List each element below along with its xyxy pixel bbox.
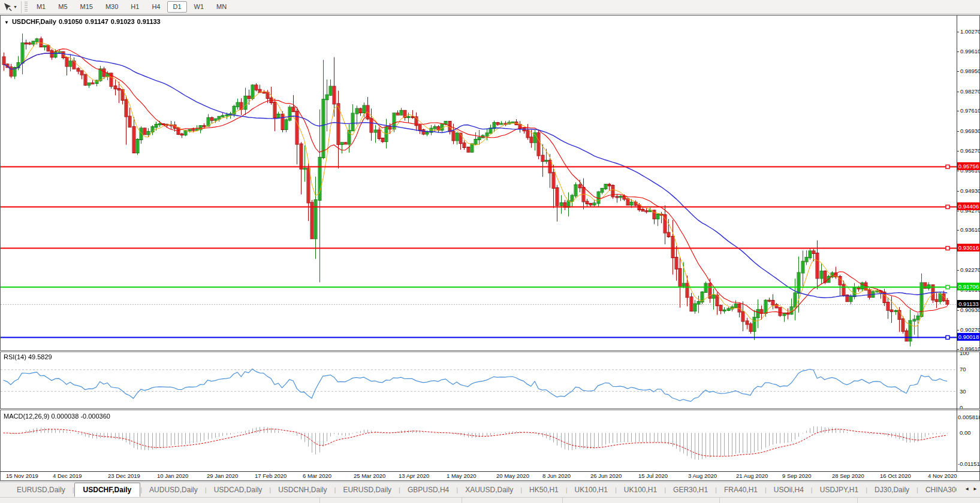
date-axis-label: 25 Mar 2020 [354, 472, 385, 479]
rsi-macd-separator[interactable] [0, 408, 980, 410]
toolbar-drag-grip[interactable] [25, 2, 28, 13]
date-axis: 15 Nov 20194 Dec 201923 Dec 201910 Jan 2… [0, 472, 957, 481]
chart-tab-fra40-h1[interactable]: FRA40,H1 [717, 483, 765, 496]
chart-tab-usdcnh-daily[interactable]: USDCNH,Daily [271, 483, 334, 496]
chart-tab-china300-h1[interactable]: CHINA300,H1 [918, 483, 957, 496]
chart-tab-usdcad-daily[interactable]: USDCAD,Daily [207, 483, 270, 496]
timeframe-button-m30[interactable]: M30 [100, 1, 123, 13]
date-axis-label: 3 Aug 2020 [688, 472, 717, 479]
chart-tab-bar: EURUSD,Daily|USDCHF,Daily|AUDUSD,Daily|U… [0, 481, 980, 497]
rsi-scale-30: 30 [960, 388, 966, 395]
macd-panel-canvas[interactable] [1, 411, 957, 471]
chart-tab-usdchf-daily[interactable]: USDCHF,Daily [74, 483, 141, 497]
timeframe-button-h1[interactable]: H1 [125, 1, 144, 13]
level-price-badge: 0.90018 [957, 333, 980, 341]
chart-close-value: 0.91133 [137, 18, 161, 25]
chart-tab-usoil-h4[interactable]: USOil,H4 [767, 483, 811, 496]
toolbar-separator [21, 1, 22, 13]
price-chart-canvas[interactable] [1, 16, 957, 350]
chart-tab-dj30-daily[interactable]: DJ30,Daily [867, 483, 916, 496]
date-axis-label: 15 Nov 2019 [6, 472, 38, 479]
chart-symbol-period: USDCHF,Daily [12, 18, 56, 25]
date-axis-label: 4 Nov 2020 [928, 472, 957, 479]
date-axis-label: 29 Jan 2020 [207, 472, 238, 479]
date-axis-label: 16 Oct 2020 [880, 472, 911, 479]
date-axis-label: 13 Apr 2020 [399, 472, 429, 479]
chart-title: ▼USDCHF,Daily0.910500.911470.910230.9113… [4, 18, 163, 25]
timeframe-button-w1[interactable]: W1 [189, 1, 210, 13]
date-axis-label: 10 Jan 2020 [157, 472, 188, 479]
timeframe-button-d1[interactable]: D1 [167, 1, 186, 13]
status-bar [0, 497, 980, 503]
date-axis-label: 6 Mar 2020 [303, 472, 331, 479]
status-divider [319, 498, 320, 503]
cursor-arrow-glyph [3, 2, 12, 11]
level-price-badge: 0.94406 [957, 202, 980, 210]
chart-tab-eurusd-daily[interactable]: EURUSD,Daily [336, 483, 399, 496]
crosshair-cursor-icon[interactable] [1, 2, 13, 13]
chart-tab-audusd-daily[interactable]: AUDUSD,Daily [142, 483, 205, 496]
tab-scroll-controls: ◄ ► [964, 486, 978, 492]
macd-scale-max: 0.005818 [958, 414, 980, 420]
date-axis-label: 9 Sep 2020 [782, 472, 812, 479]
chart-tab-gbpusd-h4[interactable]: GBPUSD,H4 [400, 483, 456, 496]
rsi-scale-70: 70 [960, 366, 966, 372]
macd-scale-min: -0.01151 [958, 460, 980, 467]
status-divider [462, 498, 462, 503]
level-price-badge: 0.91706 [957, 283, 980, 290]
chart-low-value: 0.91023 [111, 18, 135, 25]
level-price-badge: 0.93016 [957, 244, 980, 252]
chart-tab-uk100-h1[interactable]: UK100,H1 [568, 483, 615, 496]
macd-scale-zero: 0.00 [960, 429, 971, 436]
timeframe-button-h4[interactable]: H4 [146, 1, 165, 13]
chart-collapse-icon[interactable]: ▼ [4, 20, 9, 25]
level-price-badge: 0.95756 [957, 162, 980, 170]
status-divider [562, 498, 563, 503]
chart-tab-hk50-h1[interactable]: HK50,H1 [522, 483, 566, 496]
date-axis-label: 4 Dec 2019 [53, 472, 82, 479]
rsi-panel-canvas[interactable] [1, 352, 957, 408]
date-axis-label: 20 May 2020 [496, 472, 529, 479]
date-axis-label: 28 Sep 2020 [832, 472, 864, 479]
timeframe-button-m15[interactable]: M15 [75, 1, 98, 13]
date-axis-label: 17 Feb 2020 [255, 472, 287, 479]
chart-tab-eurusd-daily[interactable]: EURUSD,Daily [10, 483, 73, 496]
date-axis-label: 21 Aug 2020 [736, 472, 768, 479]
date-axis-label: 1 May 2020 [447, 472, 477, 479]
status-divider [857, 498, 858, 503]
chart-tab-xauusd-daily[interactable]: XAUUSD,Daily [458, 483, 520, 496]
date-axis-label: 15 Jul 2020 [638, 472, 668, 479]
chart-tab-usdjpy-h1[interactable]: USDJPY,H1 [813, 483, 866, 496]
toolbar: ▼ M1M5M15M30H1H4D1W1MN [0, 0, 980, 14]
date-axis-label: 26 Jun 2020 [590, 472, 622, 479]
mt4-application: ▼ M1M5M15M30H1H4D1W1MN ▼USDCHF,Daily0.91… [0, 0, 980, 503]
timeframe-button-mn[interactable]: MN [211, 1, 232, 13]
chart-tab-ger30-h1[interactable]: GER30,H1 [666, 483, 715, 496]
tab-scroll-left-icon[interactable]: ◄ [964, 486, 969, 492]
timeframe-button-m1[interactable]: M1 [31, 1, 51, 13]
current-price-badge: 0.91133 [957, 300, 980, 308]
main-rsi-separator[interactable] [0, 350, 980, 352]
tool-dropdown-caret-icon[interactable]: ▼ [13, 5, 17, 9]
status-divider [719, 498, 720, 503]
chart-tab-uk100-h1[interactable]: UK100,H1 [617, 483, 664, 496]
date-axis-label: 8 Jun 2020 [542, 472, 571, 479]
timeframe-buttons: M1M5M15M30H1H4D1W1MN [31, 1, 234, 13]
chart-open-value: 0.91050 [59, 18, 83, 25]
chart-high-value: 0.91147 [85, 18, 108, 25]
rsi-label: RSI(14) 49.5829 [4, 353, 52, 360]
chart-tabs: EURUSD,Daily|USDCHF,Daily|AUDUSD,Daily|U… [0, 482, 957, 497]
tab-scroll-right-icon[interactable]: ► [973, 486, 978, 492]
date-axis-label: 23 Dec 2019 [108, 472, 140, 479]
macd-label: MACD(12,26,9) 0.000038 -0.000360 [4, 413, 110, 420]
timeframe-button-m5[interactable]: M5 [53, 1, 73, 13]
